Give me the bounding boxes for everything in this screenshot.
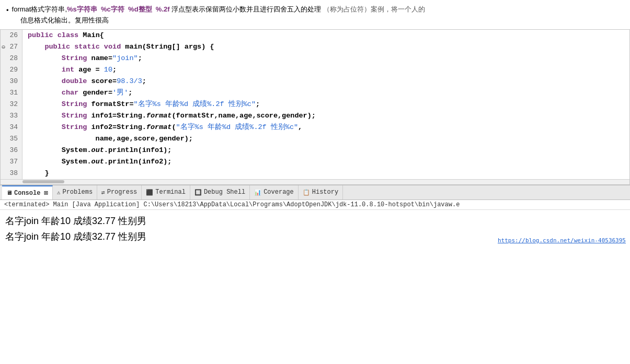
code-line-28: 28 String name="join"; (1, 53, 629, 64)
method-format2: format (146, 123, 172, 131)
line-content-32: String formatStr="名字%s 年龄%d 成绩%.2f 性别%c"… (22, 99, 629, 110)
println1: .println(info1); (104, 146, 172, 154)
d-placeholder: %d整型 (128, 5, 152, 13)
val-format2: "名字%s 年龄%d 成绩%.2f 性别%c" (176, 123, 299, 131)
var-info2: info2=String. (91, 123, 146, 131)
line-number-29: 29 (1, 64, 22, 76)
console-icon: 🖥 (6, 190, 12, 196)
comma1: , (298, 123, 302, 131)
semi3: ; (142, 77, 146, 85)
kw-void: void (104, 43, 125, 51)
line-number-26: 26 (1, 30, 22, 41)
tab-coverage[interactable]: 📊 Coverage (250, 185, 299, 199)
code-lines-container: 26 public class Main{ 27 public static v… (1, 30, 629, 179)
val-10: 10 (104, 66, 112, 74)
code-line-36: 36 System.out.println(info1); (1, 145, 629, 156)
var-name: name= (91, 54, 113, 62)
indent7 (28, 112, 62, 120)
line-number-31: 31 (1, 87, 22, 99)
terminated-text: <terminated> Main [Java Application] C:\… (4, 201, 460, 208)
line-content-33: String info1=String.format(formatStr,nam… (22, 110, 629, 122)
line-number-34: 34 (1, 122, 22, 133)
main-sig: main(String[] args) { (125, 43, 214, 51)
indent6 (28, 100, 62, 108)
line-content-35: name,age,score,gender); (22, 133, 629, 145)
line-content-27: public static void main(String[] args) { (22, 41, 629, 53)
kw-public: public (28, 31, 58, 39)
line-content-28: String name="join"; (22, 53, 629, 64)
tabs-bar: 🖥 Console ⊠ ⚠ Problems ⇄ Progress ⬛ Term… (0, 185, 630, 200)
kw-static: static (74, 43, 104, 51)
tab-progress[interactable]: ⇄ Progress (97, 185, 142, 199)
annotation-bullet: • format格式字符串,%s字符串 %c字符 %d整型 %.2f 浮点型表示… (6, 4, 624, 26)
code-editor: 26 public class Main{ 27 public static v… (0, 29, 630, 185)
tab-history[interactable]: 📋 History (299, 185, 343, 199)
code-line-34: 34 String info2=String.format("名字%s 年龄%d… (1, 122, 629, 133)
line-content-31: char gender='男'; (22, 87, 629, 99)
horizontal-scrollbar[interactable] (1, 179, 629, 184)
tab-console-label: Console ⊠ (14, 189, 48, 197)
annotation-text: format格式字符串,%s字符串 %c字符 %d整型 %.2f 浮点型表示保留… (12, 4, 624, 26)
tab-debug[interactable]: 🔲 Debug Shell (190, 185, 250, 199)
line-content-37: System.out.println(info2); (22, 156, 629, 168)
close-brace: } (28, 169, 49, 177)
str-join: "join" (112, 54, 138, 62)
type-string3: String (62, 112, 91, 120)
footer-link[interactable]: https://blog.csdn.net/weixin-40536395 (498, 236, 626, 246)
indent10: System. (28, 158, 91, 166)
bottom-panel: 🖥 Console ⊠ ⚠ Problems ⇄ Progress ⬛ Term… (0, 185, 630, 248)
tab-terminal-label: Terminal (155, 189, 186, 196)
type-string: String (62, 54, 91, 62)
line-number-27: 27 (1, 41, 22, 53)
line-content-26: public class Main{ (22, 30, 629, 41)
code-line-33: 33 String info1=String.format(formatStr,… (1, 110, 629, 122)
type-string4: String (62, 123, 91, 131)
out-2: out (91, 158, 104, 166)
tab-debug-label: Debug Shell (204, 189, 245, 196)
semi1: ; (138, 54, 142, 62)
var-age: age = (78, 66, 104, 74)
console-output: 名字join 年龄10 成绩32.77 性别男 名字join 年龄10 成绩32… (0, 210, 630, 248)
code-line-26: 26 public class Main{ (1, 30, 629, 41)
scroll-thumb[interactable] (22, 180, 64, 183)
tab-problems[interactable]: ⚠ Problems (53, 185, 97, 199)
bullet-dot: • (6, 5, 9, 16)
problems-icon: ⚠ (57, 189, 61, 196)
semi5: ; (256, 100, 260, 108)
code-line-35: 35 name,age,score,gender); (1, 133, 629, 145)
tab-coverage-label: Coverage (264, 189, 294, 196)
val-gender: '男' (112, 89, 128, 97)
var-gender: gender= (83, 89, 112, 97)
tab-terminal[interactable]: ⬛ Terminal (142, 185, 190, 199)
type-string2: String (62, 100, 91, 108)
indent3 (28, 66, 62, 74)
line-number-32: 32 (1, 99, 22, 110)
semi2: ; (112, 66, 117, 74)
var-score: score= (91, 77, 117, 85)
line-number-28: 28 (1, 53, 22, 64)
val-score: 98.3/3 (117, 77, 142, 85)
terminated-bar: <terminated> Main [Java Application] C:\… (0, 200, 630, 210)
indent2 (28, 54, 62, 62)
line-number-33: 33 (1, 110, 22, 122)
class-name: Main{ (83, 31, 104, 39)
code-line-27: 27 public static void main(String[] args… (1, 41, 629, 53)
out-1: out (91, 146, 104, 154)
line-number-35: 35 (1, 133, 22, 145)
kw-class: class (58, 31, 83, 39)
progress-icon: ⇄ (101, 189, 105, 196)
type-int: int (62, 66, 78, 74)
indent8 (28, 123, 62, 131)
f-placeholder: %.2f (156, 5, 170, 13)
code-line-31: 31 char gender='男'; (1, 87, 629, 99)
coverage-icon: 📊 (254, 189, 261, 196)
code-line-32: 32 String formatStr="名字%s 年龄%d 成绩%.2f 性别… (1, 99, 629, 110)
indent4 (28, 77, 62, 85)
tab-console[interactable]: 🖥 Console ⊠ (2, 185, 53, 199)
c-placeholder: %c字符 (101, 5, 124, 13)
var-info1: info1=String. (91, 112, 146, 120)
var-formatstr: formatStr= (91, 100, 134, 108)
line-number-38: 38 (1, 168, 22, 179)
line-content-34: String info2=String.format("名字%s 年龄%d 成绩… (22, 122, 629, 133)
println2: .println(info2); (104, 158, 172, 166)
